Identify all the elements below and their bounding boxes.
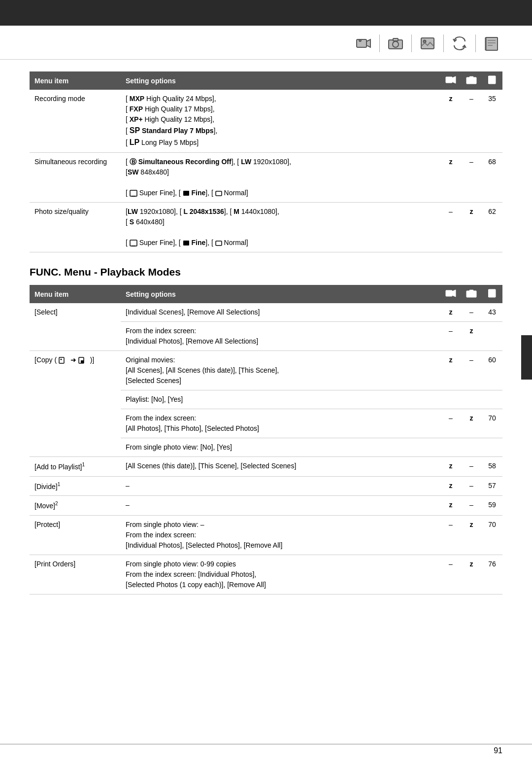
- setting-options-cell: From the index screen:[Individual Photos…: [121, 322, 440, 351]
- svg-rect-20: [130, 190, 137, 196]
- table-row: [Add to Playlist]1 [All Scenes (this dat…: [30, 457, 502, 477]
- svg-marker-14: [452, 76, 456, 83]
- right-tab: [521, 335, 532, 380]
- content: Menu item Setting options: [0, 60, 532, 626]
- setting-options-cell: Playlist: [No], [Yes]: [121, 390, 440, 409]
- setting-options-cell: [ Ⓑ Simultaneous Recording Off], [ LW 19…: [121, 153, 440, 203]
- page-cell: 58: [482, 457, 502, 477]
- camera-flag-cell: –: [461, 351, 482, 390]
- camera-flag-cell: –: [461, 476, 482, 496]
- video-flag-cell: –: [440, 515, 461, 555]
- video-flag-cell: –: [440, 322, 461, 351]
- svg-point-36: [61, 359, 62, 360]
- camera-flag-cell: z: [461, 555, 482, 594]
- section2-title: FUNC. Menu - Playback Modes: [30, 266, 502, 278]
- page-number: 91: [494, 746, 502, 755]
- video-camera-icon: [353, 33, 374, 54]
- col-menu-item: Menu item: [30, 285, 121, 303]
- svg-rect-38: [81, 360, 84, 363]
- svg-rect-17: [469, 76, 473, 78]
- col-setting-options: Setting options: [121, 71, 440, 90]
- video-flag-cell: z: [440, 90, 461, 153]
- image-icon: [417, 33, 438, 54]
- icon-row: [0, 26, 532, 60]
- svg-rect-18: [489, 76, 496, 84]
- table-row: [Protect] From single photo view: –From …: [30, 515, 502, 555]
- menu-item-cell: [Add to Playlist]1: [30, 457, 121, 477]
- bottom-line: [0, 744, 532, 744]
- svg-rect-13: [446, 77, 452, 83]
- menu-item-cell: [Move]2: [30, 496, 121, 516]
- svg-rect-22: [183, 191, 189, 196]
- svg-rect-5: [393, 38, 398, 41]
- menu-item-cell: [Copy ( ➜ )]: [30, 351, 121, 457]
- page-cell: [482, 438, 502, 457]
- page-cell: 43: [482, 303, 502, 322]
- svg-rect-35: [59, 357, 64, 363]
- video-flag-cell: z: [440, 457, 461, 477]
- sync-icon: [449, 33, 470, 54]
- camera-flag-cell: –: [461, 153, 482, 203]
- divider: [475, 35, 476, 52]
- table-row: Simultaneous recording [ Ⓑ Simultaneous …: [30, 153, 502, 203]
- photo-camera-icon: [385, 33, 406, 54]
- col-camera-flag: [461, 285, 482, 303]
- video-flag-cell: z: [440, 153, 461, 203]
- menu-item-cell: [Print Orders]: [30, 555, 121, 594]
- video-flag-cell: z: [440, 476, 461, 496]
- page-cell: [482, 390, 502, 409]
- divider: [379, 35, 380, 52]
- table-row: [Select] [Individual Scenes], [Remove Al…: [30, 303, 502, 322]
- menu-item-cell: Recording mode: [30, 90, 121, 153]
- table-row: [Print Orders] From single photo view: 0…: [30, 555, 502, 594]
- svg-rect-27: [216, 241, 222, 245]
- col-video-flag: [440, 71, 461, 90]
- table-row: Recording mode [ MXP High Quality 24 Mbp…: [30, 90, 502, 153]
- video-flag-cell: [440, 438, 461, 457]
- page-cell: 62: [482, 203, 502, 252]
- col-menu-item: Menu item: [30, 71, 121, 90]
- page-cell: 35: [482, 90, 502, 153]
- table-row: Photo size/quality [LW 1920x1080], [ L 2…: [30, 203, 502, 252]
- page-cell: 59: [482, 496, 502, 516]
- setting-options-cell: [LW 1920x1080], [ L 2048x1536], [ M 1440…: [121, 203, 440, 252]
- page-cell: 68: [482, 153, 502, 203]
- video-flag-cell: z: [440, 351, 461, 390]
- col-setting-options: Setting options: [121, 285, 440, 303]
- top-bar: [0, 0, 532, 26]
- setting-options-cell: –: [121, 496, 440, 516]
- svg-rect-33: [489, 289, 496, 297]
- video-flag-cell: [440, 390, 461, 409]
- camera-flag-cell: –: [461, 457, 482, 477]
- video-flag-cell: –: [440, 409, 461, 438]
- video-flag-cell: z: [440, 303, 461, 322]
- page-cell: 70: [482, 515, 502, 555]
- divider: [443, 35, 444, 52]
- video-flag-cell: –: [440, 203, 461, 252]
- page-cell: [482, 322, 502, 351]
- setting-options-cell: –: [121, 476, 440, 496]
- camera-flag-cell: z: [461, 203, 482, 252]
- setting-options-cell: From single photo view: –From the index …: [121, 515, 440, 555]
- camera-flag-cell: [461, 438, 482, 457]
- col-page-flag: [482, 71, 502, 90]
- camera-flag-cell: z: [461, 515, 482, 555]
- setting-options-cell: [All Scenes (this date)], [This Scene], …: [121, 457, 440, 477]
- svg-rect-23: [216, 191, 222, 196]
- menu-item-cell: [Protect]: [30, 515, 121, 555]
- menu-item-cell: [Select]: [30, 303, 121, 351]
- camera-flag-cell: –: [461, 303, 482, 322]
- setting-options-cell: Original movies:[All Scenes], [All Scene…: [121, 351, 440, 390]
- svg-rect-6: [421, 38, 434, 49]
- col-video-flag: [440, 285, 461, 303]
- camera-flag-cell: –: [461, 90, 482, 153]
- setting-options-cell: From single photo view: 0-99 copiesFrom …: [121, 555, 440, 594]
- menu-item-cell: Simultaneous recording: [30, 153, 121, 203]
- page-cell: 60: [482, 351, 502, 390]
- page-cell: 76: [482, 555, 502, 594]
- svg-marker-1: [366, 39, 370, 47]
- svg-point-2: [359, 39, 361, 41]
- camera-flag-cell: –: [461, 496, 482, 516]
- svg-rect-8: [486, 37, 498, 50]
- col-page-flag: [482, 285, 502, 303]
